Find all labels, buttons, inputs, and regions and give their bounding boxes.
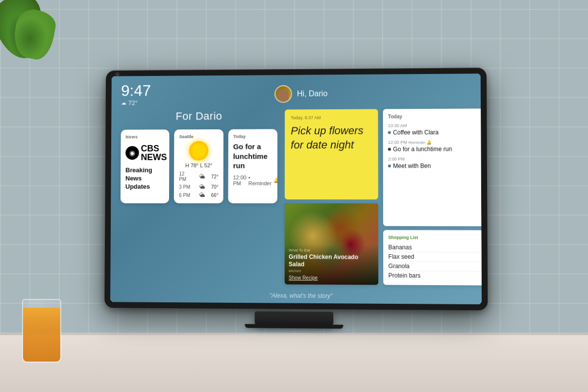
cal-dot-icon: [388, 131, 391, 134]
recipe-what-label: What To Eat: [289, 248, 374, 253]
sticky-note[interactable]: Today, 8:37 AM Pick up flowers for date …: [285, 109, 378, 199]
recipe-card[interactable]: What To Eat Grilled Chicken Avocado Sala…: [285, 203, 378, 285]
tv-device: 9:47 ☁ 72° Hi, Dario: [104, 68, 488, 325]
weather-display: ☁ 72°: [121, 99, 151, 106]
cal-event-2: Go for a lunchtime run: [388, 146, 482, 153]
cal-event-3: Meet with Ben: [388, 162, 482, 169]
oj-liquid: [23, 308, 60, 362]
user-greeting: Hi, Dario: [274, 85, 327, 102]
middle-panel: Today, 8:37 AM Pick up flowers for date …: [282, 109, 381, 285]
cal-dot-icon-2: [388, 148, 391, 151]
shopping-header: Shopping List: [388, 235, 482, 241]
recipe-sublabel: kitchen: [289, 269, 374, 273]
weather-row: 12 PM 🌥 72°: [179, 171, 219, 182]
orange-juice-glass: [20, 294, 64, 363]
for-dario-label: For Dario: [176, 110, 222, 122]
tv-stand: [255, 311, 334, 326]
sticky-text: Pick up flowers for date night: [291, 124, 372, 152]
task-time: 12:00 PM • Reminder 🔔: [233, 174, 272, 186]
weather-icon: ☁: [121, 100, 126, 106]
weather-time-2: 3 PM: [179, 184, 193, 190]
cbs-text: CBS NEWS: [141, 144, 167, 162]
shopping-item-4: Protein bars: [389, 271, 482, 280]
avatar-figure: [278, 89, 289, 101]
cards-row: News CBS NEWS Breaking News Updates Seat…: [121, 129, 278, 203]
calendar-item-1: 10:30 AM Coffee with Clara: [388, 123, 482, 136]
right-panel: Today 10:30 AM Coffee with Clara 12:00 P…: [381, 108, 482, 285]
calendar-card[interactable]: Today 10:30 AM Coffee with Clara 12:00 P…: [383, 108, 482, 226]
plant-decoration: [0, 0, 59, 78]
cbs-logo: CBS NEWS: [125, 144, 165, 162]
cbs-eye-icon: [125, 146, 139, 160]
news-card[interactable]: News CBS NEWS Breaking News Updates: [121, 129, 170, 203]
camera-dot: [116, 73, 120, 76]
time-display: 9:47: [121, 83, 151, 98]
shopping-item-3: Granola: [389, 262, 482, 271]
reminder-label-small: Reminder 🔔: [408, 140, 432, 145]
weather-time-1: 12 PM: [179, 171, 193, 182]
greeting-text: Hi, Dario: [297, 89, 327, 98]
tv-bezel: 9:47 ☁ 72° Hi, Dario: [110, 74, 482, 304]
weather-icon-2: 🌥: [199, 183, 205, 190]
time-weather-display: 9:47 ☁ 72°: [121, 83, 151, 107]
task-text: Go for a lunchtime run: [233, 142, 273, 170]
weather-high-low: H 78° L 52°: [179, 162, 218, 168]
left-panel: For Dario News CBS NEWS Breaking News Up…: [115, 110, 282, 285]
news-label: News: [125, 134, 165, 139]
cal-time-2: 12:00 PM Reminder 🔔: [388, 140, 482, 145]
avatar: [274, 85, 292, 102]
shopping-item-1: Bananas: [389, 243, 482, 253]
shopping-list-card[interactable]: Shopping List Bananas Flax seed Granola …: [383, 230, 482, 285]
weather-temp-3: 66°: [211, 193, 219, 198]
cal-event-1: Coffee with Clara: [388, 129, 482, 136]
alexa-screen: 9:47 ☁ 72° Hi, Dario: [110, 74, 482, 304]
counter-surface: [0, 333, 588, 392]
sun-icon: [189, 141, 209, 161]
calendar-item-3: 2:00 PM Meet with Ben: [388, 156, 482, 170]
weather-icon-3: 🌥: [199, 192, 205, 198]
recipe-overlay: What To Eat Grilled Chicken Avocado Sala…: [285, 244, 378, 285]
weather-icon-1: 🌥: [199, 173, 205, 180]
cal-time-3: 2:00 PM: [388, 156, 482, 161]
weather-card[interactable]: Seattle H 78° L 52° 12 PM 🌥 72°: [174, 129, 223, 203]
weather-temp-2: 70°: [211, 184, 219, 190]
temperature-display: 72°: [128, 99, 138, 106]
weather-time-3: 6 PM: [179, 193, 193, 198]
show-recipe-button[interactable]: Show Recipe: [289, 275, 374, 281]
task-label: Today: [233, 134, 273, 139]
weather-city: Seattle: [179, 134, 219, 139]
screen-header: 9:47 ☁ 72° Hi, Dario: [111, 74, 482, 110]
task-time-value: 12:00 PM: [233, 174, 246, 186]
reminder-bell-icon: 🔔: [273, 177, 277, 183]
task-reminder-label: • Reminder: [248, 174, 271, 186]
weather-row: 6 PM 🌥 66°: [179, 192, 219, 198]
weather-temp-1: 72°: [211, 174, 219, 179]
glass-body: [22, 299, 61, 363]
task-card[interactable]: Today Go for a lunchtime run 12:00 PM • …: [228, 129, 277, 203]
calendar-header: Today: [388, 114, 482, 120]
news-title: Breaking News Updates: [125, 167, 165, 191]
shopping-item-2: Flax seed: [389, 252, 482, 262]
calendar-item-2: 12:00 PM Reminder 🔔 Go for a lunchtime r…: [388, 140, 482, 153]
weather-row: 3 PM 🌥 70°: [179, 183, 219, 190]
cal-time-1: 10:30 AM: [388, 123, 482, 128]
weather-forecast-rows: 12 PM 🌥 72° 3 PM 🌥 70°: [179, 171, 219, 198]
alexa-prompt: "Alexa, what's the story": [110, 287, 482, 304]
sticky-meta: Today, 8:37 AM: [291, 115, 372, 121]
cal-dot-icon-3: [388, 165, 391, 168]
main-content: For Dario News CBS NEWS Breaking News Up…: [110, 108, 482, 289]
tv-frame: 9:47 ☁ 72° Hi, Dario: [104, 68, 488, 310]
recipe-title: Grilled Chicken Avocado Salad: [289, 253, 374, 268]
recipe-image: What To Eat Grilled Chicken Avocado Sala…: [285, 203, 378, 285]
